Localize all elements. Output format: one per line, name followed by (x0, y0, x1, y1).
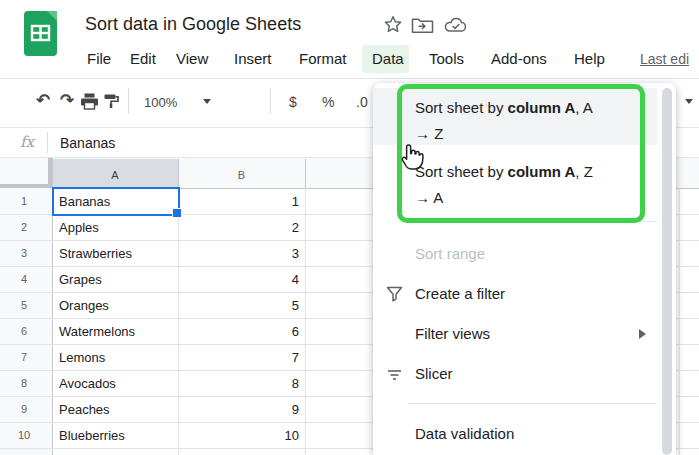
menubar-item-insert[interactable]: Insert (234, 50, 272, 67)
cell-b7[interactable]: 7 (178, 350, 299, 365)
menu-item-filter-views[interactable]: Filter views (415, 325, 490, 342)
row-header[interactable]: 7 (0, 351, 48, 363)
cell-a3[interactable]: Strawberries (59, 246, 132, 261)
print-icon[interactable] (80, 93, 99, 114)
row-header[interactable]: 4 (0, 273, 48, 285)
selected-cell-outline (52, 187, 180, 216)
slicer-icon (386, 367, 403, 387)
menubar-item-format[interactable]: Format (299, 50, 347, 67)
undo-icon[interactable]: ↶ (36, 90, 50, 110)
row-header[interactable]: 5 (0, 299, 48, 311)
menubar-item-help[interactable]: Help (574, 50, 605, 67)
percent-format-button[interactable]: % (322, 94, 334, 110)
decrease-decimal-button[interactable]: .0 (356, 94, 368, 110)
cell-a10[interactable]: Blueberries (59, 428, 125, 443)
row-header[interactable]: 9 (0, 403, 48, 415)
gridline (679, 188, 680, 455)
cell-a2[interactable]: Apples (59, 220, 99, 235)
menu-item-sort-sheet-za[interactable]: Sort sheet by column A, Z → A (415, 159, 699, 211)
row-header[interactable]: 6 (0, 325, 48, 337)
data-menu-dropdown: Sort sheet by column A, A → Z Sort sheet… (373, 83, 676, 455)
row-header[interactable]: 3 (0, 247, 48, 259)
menu-item-slicer[interactable]: Slicer (415, 365, 453, 382)
menu-item-sort-range[interactable]: Sort range (415, 245, 485, 262)
menu-item-data-validation[interactable]: Data validation (415, 425, 514, 442)
cell-b10[interactable]: 10 (178, 428, 299, 443)
toolbar-top-border (0, 78, 699, 79)
star-icon[interactable] (383, 15, 403, 39)
formulabar-divider (47, 132, 48, 153)
row-header[interactable]: 2 (0, 221, 48, 233)
filter-icon (386, 286, 403, 306)
fx-icon: fx (20, 133, 34, 151)
paint-format-icon[interactable] (103, 93, 120, 114)
move-to-folder-icon[interactable] (411, 16, 434, 38)
row-header[interactable]: 10 (0, 429, 48, 441)
menu-item-sort-sheet-az[interactable]: Sort sheet by column A, A → Z (415, 95, 699, 147)
cell-b1[interactable]: 1 (178, 194, 299, 209)
zoom-caret-icon[interactable] (203, 99, 211, 104)
formula-input[interactable]: Bananas (60, 135, 115, 151)
hand-cursor-icon (398, 142, 428, 176)
toolbar-divider (270, 88, 271, 114)
cell-b2[interactable]: 2 (178, 220, 299, 235)
zoom-select[interactable]: 100% (144, 95, 177, 110)
cell-b3[interactable]: 3 (178, 246, 299, 261)
cell-b4[interactable]: 4 (178, 272, 299, 287)
submenu-arrow-icon (639, 329, 646, 339)
last-edit-link[interactable]: Last edi (640, 51, 689, 67)
cell-a9[interactable]: Peaches (59, 402, 110, 417)
row-header[interactable]: 8 (0, 377, 48, 389)
cell-b5[interactable]: 5 (178, 298, 299, 313)
menu-divider (408, 403, 657, 404)
toolbar-divider (128, 88, 129, 114)
cell-a5[interactable]: Oranges (59, 298, 109, 313)
currency-format-button[interactable]: $ (289, 94, 297, 110)
menubar-item-tools[interactable]: Tools (429, 50, 464, 67)
redo-icon[interactable]: ↷ (60, 90, 74, 110)
row-header[interactable]: 1 (0, 195, 48, 207)
sheets-logo-icon[interactable] (24, 11, 57, 56)
column-header-a[interactable]: A (52, 159, 179, 188)
menubar-item-edit[interactable]: Edit (130, 50, 156, 67)
cell-a7[interactable]: Lemons (59, 350, 105, 365)
gridline (305, 188, 306, 455)
document-title[interactable]: Sort data in Google Sheets (85, 14, 301, 35)
menubar-item-addons[interactable]: Add-ons (491, 50, 547, 67)
menubar-item-file[interactable]: File (87, 50, 111, 67)
menubar-item-view[interactable]: View (176, 50, 208, 67)
cloud-check-icon[interactable] (443, 16, 469, 38)
menubar-item-data[interactable]: Data (372, 50, 404, 67)
column-header-b[interactable]: B (178, 159, 306, 188)
cell-a4[interactable]: Grapes (59, 272, 102, 287)
cell-b8[interactable]: 8 (178, 376, 299, 391)
menu-item-create-filter[interactable]: Create a filter (415, 285, 505, 302)
cell-b6[interactable]: 6 (178, 324, 299, 339)
fill-handle[interactable] (172, 208, 182, 218)
cell-a6[interactable]: Watermelons (59, 324, 135, 339)
cell-a8[interactable]: Avocados (59, 376, 116, 391)
select-all-corner[interactable] (0, 158, 52, 188)
cell-b9[interactable]: 9 (178, 402, 299, 417)
